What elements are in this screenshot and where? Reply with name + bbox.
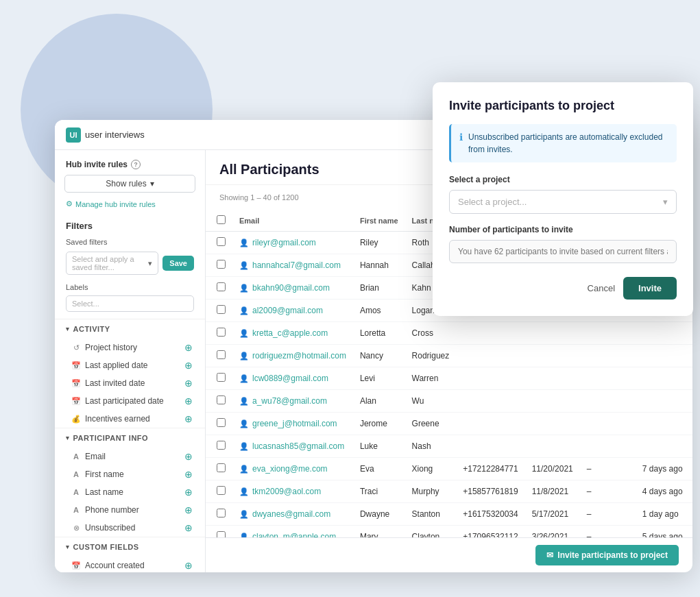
table-row: 👤 lcw0889@gmail.com Levi Warren	[206, 367, 692, 390]
saved-filters-select[interactable]: Select and apply a saved filter... ▾	[66, 252, 158, 275]
add-filter-icon[interactable]: ⊕	[183, 504, 194, 515]
row-checkbox-cell	[206, 458, 232, 480]
add-filter-icon[interactable]: ⊕	[183, 469, 194, 480]
row-lastname: Stanton	[405, 503, 457, 526]
row-checkbox[interactable]	[217, 509, 226, 517]
cancel-button[interactable]: Cancel	[588, 283, 615, 293]
add-filter-icon[interactable]: ⊕	[183, 487, 194, 498]
help-icon[interactable]: ?	[131, 160, 141, 169]
row-lastinvited	[580, 390, 636, 413]
labels-select[interactable]: Select...	[66, 295, 194, 312]
row-checkbox[interactable]	[217, 305, 226, 314]
row-lastinvited	[580, 367, 636, 390]
row-email: 👤 hannahcal7@gmail.com	[232, 254, 353, 277]
row-lastinvited: –	[580, 480, 636, 503]
row-email: 👤 tkm2009@aol.com	[232, 480, 353, 503]
row-email: 👤 kretta_c@apple.com	[232, 322, 353, 345]
show-rules-button[interactable]: Show rules ▾	[64, 175, 195, 193]
row-phone	[456, 435, 524, 458]
filter-item[interactable]: A Phone number ⊕	[55, 501, 205, 519]
row-lastapplied	[636, 367, 692, 390]
col-email: Email	[232, 210, 353, 232]
logo-area: UI user interviews	[66, 127, 145, 143]
filters-title: Filters	[55, 215, 205, 235]
add-filter-icon[interactable]: ⊕	[183, 342, 194, 353]
row-checkbox[interactable]	[217, 237, 226, 246]
row-firstname: Nancy	[353, 345, 405, 367]
table-row: 👤 tkm2009@aol.com Traci Murphy +15857761…	[206, 480, 692, 503]
row-checkbox-cell	[206, 526, 232, 538]
row-checkbox[interactable]	[217, 463, 226, 472]
add-filter-icon[interactable]: ⊕	[183, 378, 194, 389]
filter-group-activity-header[interactable]: ▾ ACTIVITY	[55, 319, 205, 339]
row-checkbox[interactable]	[217, 441, 226, 450]
filter-item[interactable]: 📅 Last participated date ⊕	[55, 392, 205, 410]
row-lastname: Murphy	[405, 480, 457, 503]
calendar-icon: 📅	[71, 361, 81, 370]
calendar-icon: 📅	[71, 379, 81, 388]
row-firstname: Alan	[353, 390, 405, 413]
user-icon: 👤	[239, 352, 249, 361]
row-checkbox[interactable]	[217, 395, 226, 404]
project-select[interactable]: Select a project... ▾	[449, 190, 677, 214]
project-select-label: Select a project	[449, 175, 677, 184]
filter-item[interactable]: A Last name ⊕	[55, 483, 205, 501]
filter-item[interactable]: ⊗ Unsubscribed ⊕	[55, 519, 205, 537]
row-checkbox[interactable]	[217, 486, 226, 495]
row-checkbox[interactable]	[217, 531, 226, 537]
filter-item[interactable]: ↺ Project history ⊕	[55, 339, 205, 356]
row-lastapplied	[636, 413, 692, 435]
saved-filters-label: Saved filters	[55, 235, 205, 249]
row-phone: +17096532112	[456, 526, 524, 538]
add-filter-icon[interactable]: ⊕	[183, 360, 194, 371]
row-lastapplied	[636, 390, 692, 413]
filter-item[interactable]: 📅 Last invited date ⊕	[55, 374, 205, 392]
filter-item[interactable]: A First name ⊕	[55, 465, 205, 483]
add-filter-icon[interactable]: ⊕	[183, 522, 194, 533]
row-phone	[456, 390, 524, 413]
invite-participants-button[interactable]: ✉ Invite participants to project	[535, 545, 679, 565]
number-input[interactable]	[449, 240, 677, 263]
row-email: 👤 lcw0889@gmail.com	[232, 367, 353, 390]
row-lastname: Xiong	[405, 458, 457, 480]
filter-item[interactable]: 📅 Account created ⊕	[55, 557, 205, 572]
row-checkbox[interactable]	[217, 418, 226, 427]
user-icon: 👤	[239, 397, 249, 406]
row-checkbox-cell	[206, 390, 232, 413]
filter-group-custom-fields-header[interactable]: ▾ CUSTOM FIELDS	[55, 537, 205, 557]
table-row: 👤 a_wu78@gmail.com Alan Wu	[206, 390, 692, 413]
row-checkbox-cell	[206, 322, 232, 345]
save-filter-button[interactable]: Save	[162, 256, 194, 271]
filter-item[interactable]: 📅 Last applied date ⊕	[55, 356, 205, 374]
row-checkbox[interactable]	[217, 282, 226, 291]
row-checkbox[interactable]	[217, 328, 226, 337]
row-checkbox-cell	[206, 277, 232, 300]
row-firstname: Traci	[353, 480, 405, 503]
collapse-icon: ▾	[66, 544, 70, 550]
number-of-participants-label: Number of participants to invite	[449, 225, 677, 234]
row-dateadded	[525, 390, 580, 413]
filter-item[interactable]: 💰 Incentives earned ⊕	[55, 410, 205, 428]
user-icon: 👤	[239, 239, 249, 247]
row-email: 👤 a_wu78@gmail.com	[232, 390, 353, 413]
envelope-icon: ✉	[546, 550, 553, 560]
add-filter-icon[interactable]: ⊕	[183, 451, 194, 462]
invite-button[interactable]: Invite	[623, 277, 677, 300]
user-icon: 👤	[239, 510, 249, 519]
add-filter-icon[interactable]: ⊕	[183, 413, 194, 424]
row-checkbox-cell	[206, 345, 232, 367]
row-dateadded	[525, 435, 580, 458]
collapse-icon: ▾	[66, 435, 70, 441]
select-all-checkbox[interactable]	[217, 215, 226, 224]
filter-item[interactable]: A Email ⊕	[55, 448, 205, 465]
manage-hub-rules-link[interactable]: ⚙ Manage hub invite rules	[55, 198, 205, 215]
row-email: 👤 clayton_m@apple.com	[232, 526, 353, 538]
row-checkbox[interactable]	[217, 260, 226, 269]
row-checkbox[interactable]	[217, 350, 226, 359]
row-checkbox[interactable]	[217, 373, 226, 382]
add-filter-icon[interactable]: ⊕	[183, 395, 194, 406]
row-firstname: Loretta	[353, 322, 405, 345]
table-row: 👤 eva_xiong@me.com Eva Xiong +1721228477…	[206, 458, 692, 480]
filter-group-participant-info-header[interactable]: ▾ PARTICIPANT INFO	[55, 428, 205, 448]
add-filter-icon[interactable]: ⊕	[183, 560, 194, 571]
